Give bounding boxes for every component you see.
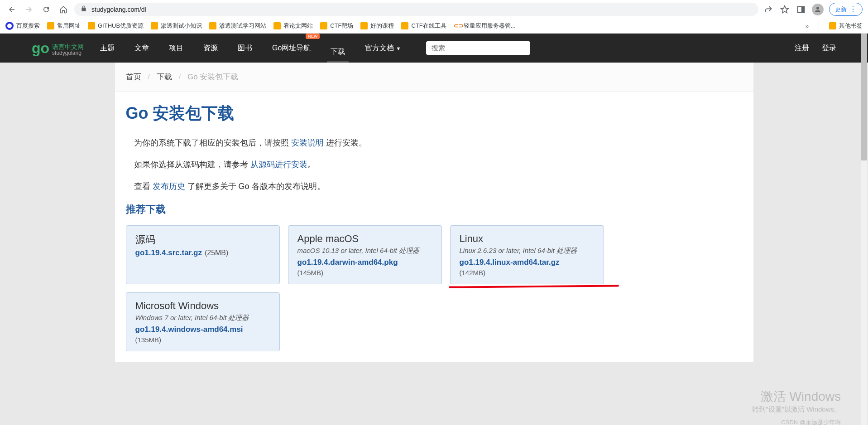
page-title: Go 安装包下载 xyxy=(126,102,743,125)
download-card-linux[interactable]: Linux Linux 2.6.23 or later, Intel 64-bi… xyxy=(450,225,604,284)
bookmark-baidu[interactable]: 百度搜索 xyxy=(5,22,40,30)
avatar-icon[interactable] xyxy=(812,4,824,15)
intro-para-3: 查看 发布历史 了解更多关于 Go 各版本的发布说明。 xyxy=(126,181,743,192)
release-history-link[interactable]: 发布历史 xyxy=(153,182,185,191)
folder-icon xyxy=(273,22,281,29)
nav-articles[interactable]: 文章 xyxy=(131,34,153,62)
bookmark-common[interactable]: 常用网址 xyxy=(47,22,81,30)
folder-icon xyxy=(151,22,158,29)
card-title: Linux xyxy=(460,233,595,245)
download-card-source[interactable]: 源码 go1.19.4.src.tar.gz(25MB) xyxy=(126,225,280,284)
search-box[interactable] xyxy=(426,41,530,55)
other-bookmarks[interactable]: 其他书签 xyxy=(829,22,863,30)
folder-icon xyxy=(401,22,408,29)
logo-go-icon: go xyxy=(32,40,49,57)
download-card-windows[interactable]: Microsoft Windows Windows 7 or later, In… xyxy=(126,292,280,351)
card-file: go1.19.4.windows-amd64.msi xyxy=(135,325,270,334)
nav-topics[interactable]: 主题 xyxy=(96,34,118,62)
home-button[interactable] xyxy=(57,3,70,16)
card-desc: Windows 7 or later, Intel 64-bit 处理器 xyxy=(135,314,270,322)
card-size: (142MB) xyxy=(460,269,595,277)
back-button[interactable] xyxy=(5,3,18,16)
scrollbar-thumb[interactable] xyxy=(861,34,867,160)
login-link[interactable]: 登录 xyxy=(822,44,836,53)
bookmarks-bar: 百度搜索 常用网址 GITHUB优质资源 渗透测试小知识 渗透测试学习网站 看论… xyxy=(0,19,868,33)
toolbar-right: 更新⋮ xyxy=(763,3,863,16)
menu-dots-icon: ⋮ xyxy=(849,5,857,14)
update-label: 更新 xyxy=(835,5,847,14)
register-link[interactable]: 注册 xyxy=(795,44,809,53)
logo-en-text: studygolang xyxy=(52,50,84,56)
nav-resources[interactable]: 资源 xyxy=(200,34,221,62)
install-instructions-link[interactable]: 安装说明 xyxy=(291,138,324,147)
svg-rect-1 xyxy=(801,6,805,12)
bookmark-courses[interactable]: 好的课程 xyxy=(360,22,394,30)
breadcrumb-download[interactable]: 下载 xyxy=(157,73,172,81)
site-logo[interactable]: go 语言中文网 studygolang xyxy=(32,40,84,57)
lock-icon xyxy=(81,5,87,13)
breadcrumb-home[interactable]: 首页 xyxy=(126,73,141,81)
bookmark-pentest-learn[interactable]: 渗透测试学习网站 xyxy=(209,22,266,30)
card-desc: macOS 10.13 or later, Intel 64-bit 处理器 xyxy=(297,247,432,255)
card-file: go1.19.4.linux-amd64.tar.gz xyxy=(460,258,595,267)
folder-icon xyxy=(360,22,368,29)
card-title: Microsoft Windows xyxy=(135,300,270,312)
card-title: Apple macOS xyxy=(297,233,432,245)
card-size: (135MB) xyxy=(135,336,270,344)
card-desc: Linux 2.6.23 or later, Intel 64-bit 处理器 xyxy=(460,247,595,255)
nav-projects[interactable]: 项目 xyxy=(165,34,187,62)
nav-go-nav[interactable]: Go网址导航 NEW xyxy=(269,34,314,62)
recommended-downloads-title: 推荐下载 xyxy=(126,203,743,216)
folder-icon xyxy=(320,22,327,29)
url-bar[interactable]: studygolang.com/dl xyxy=(74,3,758,16)
page-viewport: go 语言中文网 studygolang 主题 文章 项目 资源 图书 Go网址… xyxy=(0,34,868,425)
new-badge: NEW xyxy=(306,34,320,39)
download-grid: 源码 go1.19.4.src.tar.gz(25MB) Apple macOS… xyxy=(126,225,743,351)
bookmark-github[interactable]: GITHUB优质资源 xyxy=(88,22,144,30)
nav-books[interactable]: 图书 xyxy=(234,34,256,62)
logo-cn-text: 语言中文网 xyxy=(52,44,84,50)
reload-button[interactable] xyxy=(40,3,53,16)
forward-button[interactable] xyxy=(23,3,35,16)
bookmark-ctf[interactable]: CTF靶场 xyxy=(320,22,353,30)
url-text: studygolang.com/dl xyxy=(91,6,146,13)
bookmark-overflow[interactable]: » xyxy=(806,23,809,29)
auth-nav: 注册 登录 xyxy=(795,44,836,53)
build-from-source-link[interactable]: 从源码进行安装 xyxy=(250,160,307,169)
update-button[interactable]: 更新⋮ xyxy=(829,3,863,16)
share-icon[interactable] xyxy=(763,4,774,15)
chevron-down-icon: ▼ xyxy=(396,46,401,51)
nav-download[interactable]: 下载 xyxy=(327,34,349,63)
folder-icon xyxy=(47,22,54,29)
browser-chrome: studygolang.com/dl 更新⋮ 百度搜索 常用网址 GITHUB优… xyxy=(0,0,868,34)
card-file: go1.19.4.src.tar.gz xyxy=(135,248,202,257)
folder-icon xyxy=(88,22,95,29)
intro-para-1: 为你的系统下载了相应的安装包后，请按照 安装说明 进行安装。 xyxy=(126,137,743,148)
card-size: (25MB) xyxy=(205,249,228,257)
bookmark-pentest[interactable]: 渗透测试小知识 xyxy=(151,22,202,30)
folder-icon xyxy=(829,22,836,29)
browser-toolbar: studygolang.com/dl 更新⋮ xyxy=(0,0,868,19)
download-card-macos[interactable]: Apple macOS macOS 10.13 or later, Intel … xyxy=(288,225,442,284)
main-content: Go 安装包下载 为你的系统下载了相应的安装包后，请按照 安装说明 进行安装。 … xyxy=(115,92,753,362)
search-input[interactable] xyxy=(432,44,525,52)
scrollbar[interactable] xyxy=(861,34,867,425)
bookmark-lightserver[interactable]: ⊂⊃轻量应用服务器管... xyxy=(454,22,516,30)
site-topnav: go 语言中文网 studygolang 主题 文章 项目 资源 图书 Go网址… xyxy=(0,34,868,63)
main-container: 首页 / 下载 / Go 安装包下载 Go 安装包下载 为你的系统下载了相应的安… xyxy=(115,63,753,362)
windows-watermark: 激活 Windows 转到"设置"以激活 Windows。 xyxy=(752,388,841,414)
bookmark-ctf-tools[interactable]: CTF在线工具 xyxy=(401,22,446,30)
intro-para-2: 如果你选择从源码构建，请参考 从源码进行安装。 xyxy=(126,159,743,170)
nav-docs[interactable]: 官方文档▼ xyxy=(361,34,404,62)
panel-icon[interactable] xyxy=(796,4,806,15)
breadcrumb-current: Go 安装包下载 xyxy=(187,73,238,81)
card-file: go1.19.4.darwin-amd64.pkg xyxy=(297,258,432,267)
link-icon: ⊂⊃ xyxy=(454,22,461,29)
baidu-icon xyxy=(5,22,14,30)
bookmark-papers[interactable]: 看论文网站 xyxy=(273,22,313,30)
breadcrumb: 首页 / 下载 / Go 安装包下载 xyxy=(115,63,753,92)
csdn-watermark: CSDN @永远是少年啊 xyxy=(781,418,841,425)
card-title: 源码 xyxy=(135,233,270,247)
card-size: (145MB) xyxy=(297,269,432,277)
star-icon[interactable] xyxy=(779,4,790,15)
